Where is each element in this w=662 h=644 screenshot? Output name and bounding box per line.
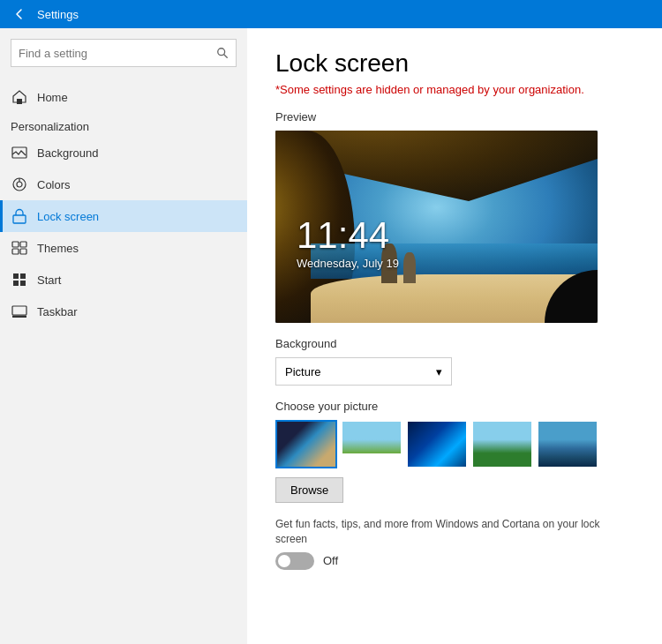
sidebar: Home Personalization Background: [0, 28, 247, 644]
lock-screen-icon: [11, 207, 28, 225]
thumb3-image: [408, 422, 466, 467]
sidebar-item-start[interactable]: Start: [0, 264, 247, 296]
svg-rect-8: [12, 242, 19, 247]
svg-rect-16: [12, 306, 26, 315]
svg-rect-11: [20, 249, 26, 254]
sidebar-item-home[interactable]: Home: [0, 81, 247, 113]
start-icon: [11, 271, 28, 288]
background-icon: [11, 144, 28, 161]
sidebar-item-themes[interactable]: Themes: [0, 232, 247, 264]
sidebar-item-colors-label: Colors: [37, 178, 71, 191]
sidebar-item-start-label: Start: [37, 273, 61, 287]
svg-rect-10: [12, 249, 19, 254]
title-bar: Settings: [0, 0, 662, 28]
sidebar-item-colors[interactable]: Colors: [0, 168, 247, 200]
chevron-down-icon: ▾: [436, 365, 442, 378]
preview-label: Preview: [275, 110, 634, 124]
colors-icon: [11, 176, 28, 193]
toggle-switch[interactable]: [275, 552, 314, 570]
picture-section: Choose your picture Browse: [275, 400, 634, 503]
back-button[interactable]: [9, 4, 30, 25]
thumb5-image: [538, 422, 597, 467]
sidebar-item-lock-screen[interactable]: Lock screen: [0, 200, 247, 232]
rock-arch2: [403, 252, 416, 283]
toggle-label: Off: [323, 554, 338, 567]
svg-rect-14: [13, 281, 19, 286]
picture-thumb-5[interactable]: [537, 420, 598, 468]
choose-picture-label: Choose your picture: [275, 400, 634, 413]
sidebar-item-themes-label: Themes: [37, 242, 79, 255]
org-warning: *Some settings are hidden or managed by …: [275, 83, 634, 96]
svg-rect-2: [17, 99, 22, 104]
thumb1-image: [277, 422, 335, 467]
preview-box: 11:44 Wednesday, July 19: [275, 131, 598, 323]
thumb2-image: [342, 422, 401, 467]
toggle-knob: [278, 555, 290, 567]
preview-scene: 11:44 Wednesday, July 19: [275, 131, 598, 323]
sidebar-item-background[interactable]: Background: [0, 137, 247, 168]
picture-grid: [275, 420, 634, 468]
svg-rect-7: [13, 215, 26, 223]
section-label: Personalization: [0, 113, 247, 137]
toggle-row: Off: [275, 552, 634, 570]
sidebar-item-taskbar-label: Taskbar: [37, 305, 78, 318]
svg-rect-17: [12, 316, 26, 318]
sidebar-item-taskbar[interactable]: Taskbar: [0, 296, 247, 327]
taskbar-icon: [11, 303, 28, 320]
preview-time: 11:44: [297, 214, 399, 257]
background-dropdown[interactable]: Picture ▾: [275, 357, 452, 386]
page-title: Lock screen: [275, 49, 634, 78]
background-section: Background Picture ▾: [275, 337, 634, 386]
search-input[interactable]: [19, 47, 211, 60]
svg-point-5: [17, 182, 22, 187]
home-label: Home: [37, 91, 68, 104]
svg-rect-9: [20, 242, 26, 247]
toggle-section: Get fun facts, tips, and more from Windo…: [275, 517, 634, 570]
search-icon: [216, 47, 229, 59]
background-dropdown-value: Picture: [285, 365, 320, 378]
svg-rect-12: [13, 273, 19, 279]
sidebar-item-background-label: Background: [37, 146, 98, 160]
picture-thumb-3[interactable]: [406, 420, 468, 468]
themes-icon: [11, 239, 28, 257]
main-content: Lock screen *Some settings are hidden or…: [247, 28, 662, 644]
svg-rect-15: [20, 281, 26, 286]
browse-button[interactable]: Browse: [275, 477, 343, 503]
picture-thumb-2[interactable]: [341, 420, 402, 468]
picture-thumb-4[interactable]: [471, 420, 533, 468]
picture-thumb-1[interactable]: [275, 420, 337, 468]
background-label: Background: [275, 337, 634, 350]
svg-line-1: [224, 55, 228, 58]
search-box[interactable]: [11, 39, 237, 67]
svg-rect-13: [20, 273, 26, 279]
time-display: 11:44 Wednesday, July 19: [297, 214, 399, 270]
preview-date: Wednesday, July 19: [297, 257, 399, 270]
toggle-description: Get fun facts, tips, and more from Windo…: [275, 517, 611, 547]
home-icon: [11, 88, 28, 106]
window-title: Settings: [37, 8, 79, 21]
sidebar-item-lock-screen-label: Lock screen: [37, 210, 99, 223]
thumb4-image: [473, 422, 531, 467]
app-body: Home Personalization Background: [0, 28, 662, 644]
